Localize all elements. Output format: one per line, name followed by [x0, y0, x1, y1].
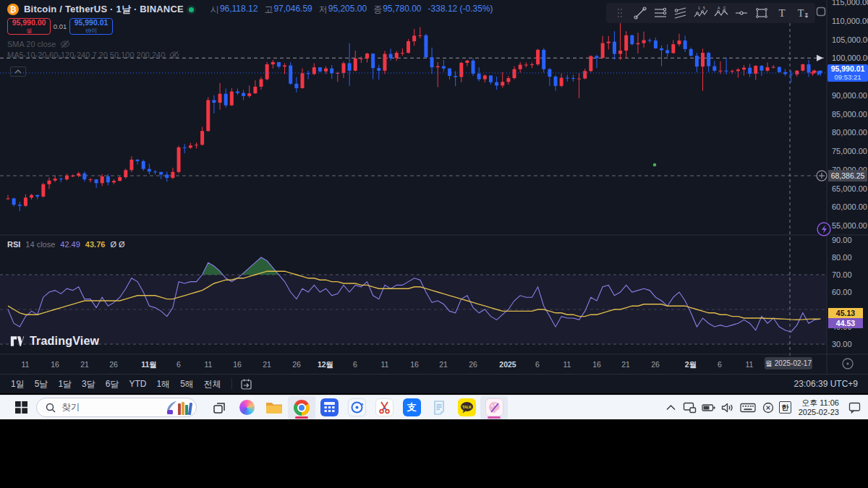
scissors-icon	[375, 398, 393, 416]
chart-plot[interactable]: 115,000.00110,000.00105,000.00100,000.00…	[0, 0, 868, 373]
text-tool-icon[interactable]: T	[772, 4, 791, 22]
server-clock[interactable]: 23:06:39 UTC+9	[794, 379, 858, 389]
candle-body-116	[689, 49, 693, 56]
candle-body-64	[383, 54, 386, 71]
axis-label: 60,000.00	[832, 202, 867, 211]
candle-body-61	[365, 53, 369, 59]
candle-body-114	[677, 40, 681, 44]
chrome-icon	[294, 400, 310, 416]
axis-label: 70.00	[832, 270, 852, 279]
range-button-7[interactable]: 5해	[175, 376, 199, 393]
range-button-5[interactable]: YTD	[124, 377, 151, 391]
buy-button[interactable]: 95,990.01 바이	[69, 18, 113, 35]
candle-body-34	[206, 100, 210, 131]
candle-body-70	[418, 35, 422, 36]
range-button-2[interactable]: 1달	[53, 376, 77, 393]
candle-body-79	[472, 61, 475, 74]
task-view-button[interactable]	[205, 396, 233, 419]
windows-start-button[interactable]	[12, 398, 30, 417]
calculator-button[interactable]	[315, 396, 343, 419]
tray-status-button[interactable]	[760, 398, 776, 417]
sell-button[interactable]: 95,990.00 셀	[7, 18, 51, 35]
tray-overflow-button[interactable]	[663, 398, 679, 417]
notification-center-button[interactable]	[846, 398, 862, 417]
notification-icon	[848, 401, 861, 414]
chevron-up-icon	[14, 69, 22, 74]
taskbar-clock[interactable]: 오후 11:06 2025-02-23	[794, 398, 843, 417]
candle-body-108	[642, 40, 646, 43]
candle-body-134	[795, 71, 799, 74]
candle-body-12	[77, 174, 80, 176]
candle-body-91	[542, 50, 545, 69]
go-to-date-button[interactable]	[237, 377, 255, 392]
pane-maximize-button[interactable]	[814, 4, 828, 19]
candle-body-102	[607, 42, 610, 43]
range-button-6[interactable]: 1해	[151, 376, 175, 393]
candle-body-15	[95, 179, 98, 183]
candle-body-23	[142, 161, 145, 169]
range-button-8[interactable]: 전체	[199, 376, 226, 393]
range-button-4[interactable]: 6달	[101, 376, 124, 393]
parallel-channel-tool-icon[interactable]	[671, 4, 690, 22]
snipping-app-button[interactable]	[370, 396, 398, 419]
ime-indicator[interactable]: 한	[779, 401, 791, 414]
horizontal-lines-tool-icon[interactable]	[650, 4, 670, 22]
cross-line-tool-icon[interactable]	[731, 4, 751, 22]
task-view-icon	[212, 401, 226, 415]
candle-body-82	[489, 75, 493, 82]
xabcd-pattern-tool-icon[interactable]: AC	[711, 4, 731, 22]
candle-body-57	[341, 63, 345, 72]
alipay-app-button[interactable]: 支	[398, 396, 425, 419]
taskbar-search-input[interactable]: 찾기	[36, 398, 197, 417]
notepad-button[interactable]	[425, 396, 453, 419]
anchored-text-tool-icon[interactable]: T	[792, 4, 812, 22]
copilot-button[interactable]	[233, 396, 260, 419]
volume-button[interactable]	[720, 398, 736, 417]
touch-keyboard-button[interactable]	[739, 398, 757, 417]
rsi-overbought-fill	[242, 257, 279, 275]
candle-body-26	[159, 172, 163, 175]
candle-body-111	[660, 48, 663, 51]
elliott-wave-tool-icon[interactable]: 15	[691, 4, 710, 22]
battery-button[interactable]	[701, 398, 717, 417]
range-button-3[interactable]: 3달	[77, 376, 101, 393]
axis-label: 75,000.00	[832, 147, 867, 155]
svg-text:TALK: TALK	[462, 405, 472, 409]
file-explorer-button[interactable]	[260, 396, 288, 419]
axis-label: 105,000.00	[832, 35, 868, 44]
axis-label: 11	[563, 360, 571, 369]
candle-body-51	[307, 73, 310, 74]
search-highlight-art[interactable]	[166, 401, 192, 415]
axis-label: 6	[535, 360, 540, 369]
range-button-0[interactable]: 1일	[6, 376, 30, 393]
toolbar-drag-handle[interactable]	[610, 4, 629, 22]
candle-body-125	[742, 68, 746, 70]
candle-body-135	[801, 64, 804, 71]
candle-body-5	[35, 195, 39, 197]
collapse-legend-button[interactable]	[10, 67, 26, 77]
candle-body-24	[148, 169, 151, 172]
media-player-button[interactable]	[343, 396, 370, 419]
axis-label: 80.00	[832, 253, 852, 262]
chrome-button[interactable]	[288, 396, 315, 419]
axis-label: 21	[263, 360, 271, 369]
book-icon	[188, 402, 192, 414]
tradingview-window: 115,000.00110,000.00105,000.00100,000.00…	[0, 0, 868, 393]
candle-body-3	[24, 197, 27, 205]
trend-line-tool-icon[interactable]	[630, 4, 650, 22]
windows-logo-icon	[15, 401, 27, 414]
svg-text:T: T	[778, 7, 785, 19]
candle-body-33	[200, 131, 204, 145]
axis-label: 21	[80, 360, 89, 369]
kakaotalk-button[interactable]: TALK	[453, 396, 480, 419]
candle-body-21	[129, 160, 133, 170]
candle-body-41	[247, 93, 251, 96]
range-button-1[interactable]: 5날	[30, 376, 54, 393]
calendar-icon	[240, 378, 252, 390]
paint-app-button[interactable]	[480, 396, 508, 419]
cast-display-button[interactable]	[682, 398, 698, 417]
candle-body-121	[718, 71, 722, 72]
candle-body-120	[712, 67, 716, 71]
axis-label: 30.00	[832, 340, 852, 348]
rectangle-tool-icon[interactable]	[752, 4, 771, 22]
